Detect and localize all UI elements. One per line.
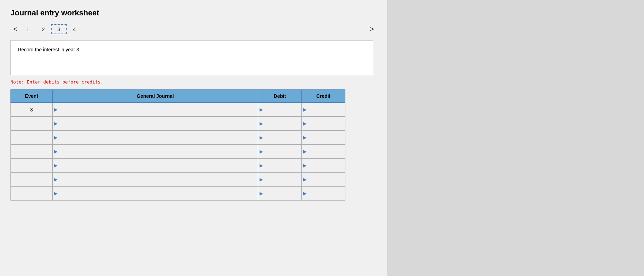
journal-input-5[interactable] [59, 173, 256, 186]
debit-arrow-5: ▶ [260, 177, 263, 182]
journal-input-2[interactable] [59, 131, 256, 144]
tab-1[interactable]: 1 [20, 24, 36, 34]
debit-arrow-6: ▶ [260, 191, 263, 196]
table-row: ▶▶▶ [11, 131, 345, 145]
debit-arrow-4: ▶ [260, 163, 263, 168]
table-row: ▶▶▶ [11, 159, 345, 173]
credit-cell-4[interactable]: ▶ [302, 159, 345, 173]
journal-cell-2[interactable]: ▶ [52, 131, 258, 145]
page-title: Journal entry worksheet [10, 8, 377, 17]
journal-cell-0[interactable]: ▶ [52, 103, 258, 117]
debit-cell-6[interactable]: ▶ [258, 187, 302, 201]
credit-input-3[interactable] [308, 145, 344, 158]
journal-input-1[interactable] [59, 117, 256, 130]
prev-arrow[interactable]: < [10, 24, 20, 35]
instruction-text: Record the interest in year 3. [18, 47, 366, 52]
tab-3[interactable]: 3 [51, 24, 66, 34]
credit-input-5[interactable] [308, 173, 344, 186]
credit-cell-5[interactable]: ▶ [302, 173, 345, 187]
tab-4[interactable]: 4 [67, 24, 82, 34]
debit-cell-0[interactable]: ▶ [258, 103, 302, 117]
credit-input-0[interactable] [308, 103, 344, 116]
debit-cell-1[interactable]: ▶ [258, 117, 302, 131]
event-cell-6 [11, 187, 53, 201]
credit-arrow-3: ▶ [303, 149, 307, 154]
credit-input-6[interactable] [308, 187, 344, 200]
credit-cell-2[interactable]: ▶ [302, 131, 345, 145]
credit-cell-1[interactable]: ▶ [302, 117, 345, 131]
journal-cell-3[interactable]: ▶ [52, 145, 258, 159]
debit-input-3[interactable] [264, 145, 300, 158]
journal-arrow-2: ▶ [54, 135, 58, 140]
right-panel [387, 0, 644, 276]
credit-input-4[interactable] [308, 159, 344, 172]
next-arrow[interactable]: > [367, 24, 377, 35]
journal-arrow-4: ▶ [54, 163, 58, 168]
credit-input-2[interactable] [308, 131, 344, 144]
event-cell-5 [11, 173, 53, 187]
col-header-credit: Credit [302, 90, 345, 103]
table-row: ▶▶▶ [11, 145, 345, 159]
debit-input-0[interactable] [264, 103, 300, 116]
debit-input-5[interactable] [264, 173, 300, 186]
debit-arrow-3: ▶ [260, 149, 263, 154]
credit-input-1[interactable] [308, 117, 344, 130]
debit-arrow-1: ▶ [260, 121, 263, 126]
debit-arrow-0: ▶ [260, 107, 263, 112]
credit-arrow-4: ▶ [303, 163, 307, 168]
journal-arrow-0: ▶ [54, 107, 58, 112]
page-wrapper: Journal entry worksheet < 1 2 3 4 > Reco… [0, 0, 644, 276]
note-text: Note: Enter debits before credits. [10, 79, 377, 85]
debit-cell-3[interactable]: ▶ [258, 145, 302, 159]
debit-input-4[interactable] [264, 159, 300, 172]
debit-arrow-2: ▶ [260, 135, 263, 140]
journal-cell-5[interactable]: ▶ [52, 173, 258, 187]
col-header-debit: Debit [258, 90, 302, 103]
credit-cell-0[interactable]: ▶ [302, 103, 345, 117]
event-cell-4 [11, 159, 53, 173]
journal-input-6[interactable] [59, 187, 256, 200]
journal-cell-6[interactable]: ▶ [52, 187, 258, 201]
credit-arrow-5: ▶ [303, 177, 307, 182]
nav-row: < 1 2 3 4 > [10, 24, 377, 35]
table-row: 3▶▶▶ [11, 103, 345, 117]
journal-arrow-6: ▶ [54, 191, 58, 196]
instruction-box: Record the interest in year 3. [10, 40, 373, 75]
event-cell-3 [11, 145, 53, 159]
credit-arrow-6: ▶ [303, 191, 307, 196]
journal-cell-1[interactable]: ▶ [52, 117, 258, 131]
credit-arrow-1: ▶ [303, 121, 307, 126]
debit-cell-4[interactable]: ▶ [258, 159, 302, 173]
journal-table: Event General Journal Debit Credit 3▶▶▶▶… [10, 89, 345, 201]
journal-arrow-5: ▶ [54, 177, 58, 182]
event-cell-1 [11, 117, 53, 131]
credit-cell-3[interactable]: ▶ [302, 145, 345, 159]
main-content: Journal entry worksheet < 1 2 3 4 > Reco… [0, 0, 387, 276]
credit-arrow-2: ▶ [303, 135, 307, 140]
credit-cell-6[interactable]: ▶ [302, 187, 345, 201]
table-row: ▶▶▶ [11, 187, 345, 201]
debit-input-6[interactable] [264, 187, 300, 200]
journal-arrow-1: ▶ [54, 121, 58, 126]
credit-arrow-0: ▶ [303, 107, 307, 112]
event-cell-2 [11, 131, 53, 145]
journal-input-4[interactable] [59, 159, 256, 172]
debit-cell-5[interactable]: ▶ [258, 173, 302, 187]
debit-cell-2[interactable]: ▶ [258, 131, 302, 145]
col-header-event: Event [11, 90, 53, 103]
table-row: ▶▶▶ [11, 117, 345, 131]
journal-cell-4[interactable]: ▶ [52, 159, 258, 173]
journal-arrow-3: ▶ [54, 149, 58, 154]
journal-input-3[interactable] [59, 145, 256, 158]
col-header-journal: General Journal [52, 90, 258, 103]
debit-input-1[interactable] [264, 117, 300, 130]
table-row: ▶▶▶ [11, 173, 345, 187]
debit-input-2[interactable] [264, 131, 300, 144]
tab-2[interactable]: 2 [36, 24, 51, 34]
event-cell-0: 3 [11, 103, 53, 117]
journal-input-0[interactable] [59, 103, 256, 116]
